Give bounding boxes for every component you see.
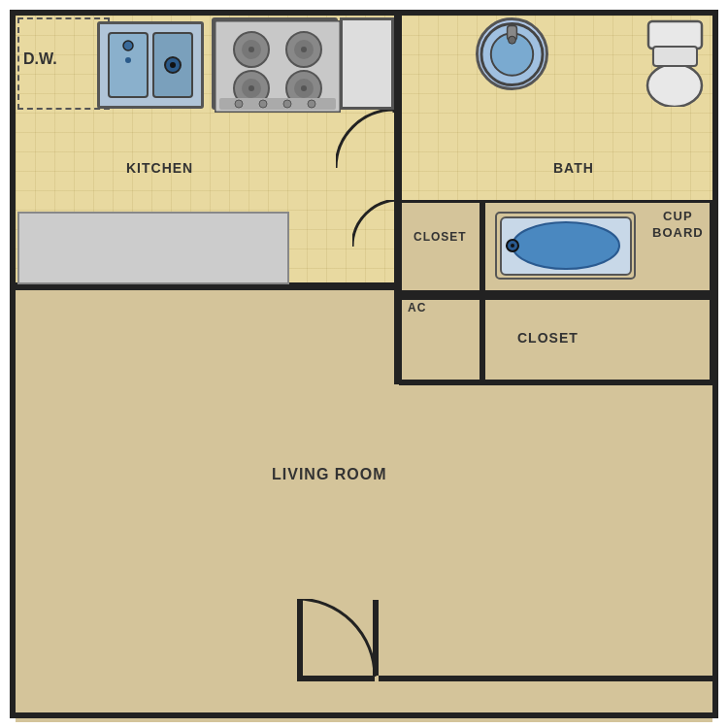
svg-point-9 <box>248 47 254 52</box>
kitchen-label: KITCHEN <box>126 160 193 176</box>
cabinet-strip <box>340 17 394 110</box>
door-wall-right <box>379 676 714 681</box>
dishwasher <box>97 21 204 109</box>
bathroom-sink <box>476 17 548 90</box>
door-arc-entry <box>297 599 384 686</box>
living-room-label: LIVING ROOM <box>272 466 387 483</box>
bathtub <box>495 212 636 280</box>
floorplan: KITCHEN BATH LIVING ROOM CLOSET CLOSET A… <box>0 0 728 728</box>
svg-point-34 <box>511 244 514 248</box>
svg-point-3 <box>125 57 131 63</box>
wall-horizontal-3 <box>399 290 712 298</box>
svg-point-29 <box>647 64 702 107</box>
svg-point-23 <box>308 100 315 108</box>
ac-label: AC <box>408 301 426 314</box>
dw-label: D.W. <box>23 50 57 68</box>
door-arc-closet <box>352 200 399 247</box>
door-arc-kitchen <box>336 110 404 178</box>
wall-horizontal-4 <box>399 380 712 385</box>
svg-point-5 <box>170 62 176 68</box>
door-jamb-left <box>297 600 303 676</box>
svg-point-15 <box>248 85 254 91</box>
door-wall-left <box>297 676 375 681</box>
svg-rect-28 <box>648 21 702 49</box>
svg-point-20 <box>235 100 243 108</box>
door-jamb-right <box>373 600 379 676</box>
svg-rect-30 <box>653 47 697 66</box>
cupboard-label: CUPBOARD <box>652 209 704 242</box>
svg-point-21 <box>259 100 267 108</box>
svg-point-18 <box>301 85 307 91</box>
stove <box>212 17 338 110</box>
svg-point-32 <box>513 222 619 269</box>
svg-point-2 <box>123 41 133 50</box>
svg-point-12 <box>301 47 307 52</box>
svg-point-27 <box>509 36 516 44</box>
bath-label: BATH <box>553 160 594 176</box>
toilet <box>644 19 702 97</box>
closet-left-label: CLOSET <box>414 230 467 244</box>
closet-bottom-label: CLOSET <box>517 330 579 346</box>
left-cabinet <box>17 212 289 284</box>
svg-point-22 <box>283 100 291 108</box>
